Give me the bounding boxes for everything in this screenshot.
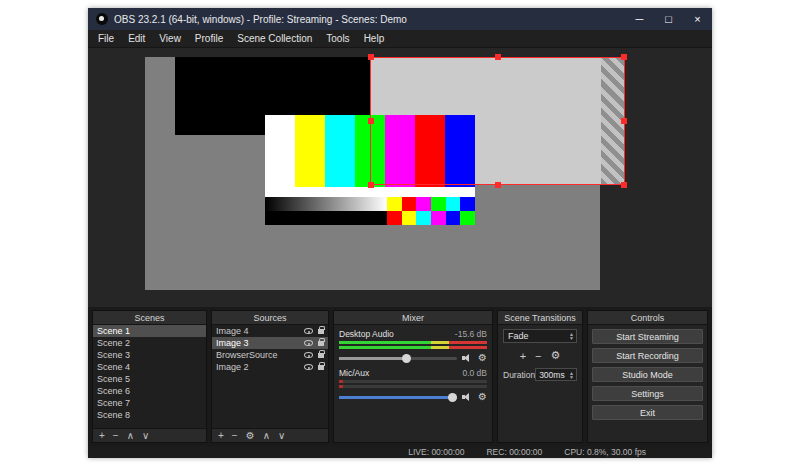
start-recording-button[interactable]: Start Recording bbox=[592, 348, 703, 363]
selection-handle[interactable] bbox=[621, 54, 627, 60]
selection-handle[interactable] bbox=[495, 54, 501, 60]
scene-item[interactable]: Scene 2 bbox=[93, 337, 206, 349]
source-item[interactable]: BrowserSource bbox=[212, 349, 328, 361]
selection-handle[interactable] bbox=[368, 182, 374, 188]
source-name: Image 3 bbox=[216, 338, 304, 348]
scene-item[interactable]: Scene 8 bbox=[93, 409, 206, 421]
start-streaming-button[interactable]: Start Streaming bbox=[592, 329, 703, 344]
add-source-button[interactable]: + bbox=[218, 431, 224, 441]
menu-scene-collection[interactable]: Scene Collection bbox=[230, 30, 319, 47]
visibility-eye-icon[interactable] bbox=[304, 328, 313, 334]
lock-icon[interactable] bbox=[318, 365, 324, 370]
channel-settings-gear-icon[interactable]: ⚙ bbox=[478, 392, 487, 402]
selection-handle[interactable] bbox=[368, 54, 374, 60]
menu-file[interactable]: File bbox=[91, 30, 121, 47]
scene-up-button[interactable]: ∧ bbox=[127, 431, 134, 441]
transitions-body: Fade ▲▼ + − ⚙ Duration 300ms ▲▼ bbox=[498, 325, 582, 442]
source-down-button[interactable]: ∨ bbox=[278, 431, 285, 441]
sources-panel: Sources Image 4 Image 3 BrowserSource bbox=[211, 310, 329, 443]
menu-view[interactable]: View bbox=[152, 30, 188, 47]
preview-area[interactable] bbox=[88, 48, 712, 307]
menu-edit[interactable]: Edit bbox=[121, 30, 152, 47]
mixer-channel-label: Desktop Audio -15.6 dB bbox=[339, 329, 487, 339]
volume-slider[interactable] bbox=[339, 396, 457, 399]
source-item[interactable]: Image 2 bbox=[212, 361, 328, 373]
transition-value: Fade bbox=[508, 331, 529, 341]
menu-help[interactable]: Help bbox=[357, 30, 392, 47]
visibility-eye-icon[interactable] bbox=[304, 340, 313, 346]
volume-row: ⚙ bbox=[339, 391, 487, 403]
scene-item[interactable]: Scene 7 bbox=[93, 397, 206, 409]
selection-handle[interactable] bbox=[495, 182, 501, 188]
remove-scene-button[interactable]: − bbox=[113, 431, 119, 441]
maximize-button[interactable]: □ bbox=[654, 8, 683, 30]
selection-handle[interactable] bbox=[368, 118, 374, 124]
lock-icon[interactable] bbox=[318, 353, 324, 358]
source-name: Image 4 bbox=[216, 326, 304, 336]
live-time: LIVE: 00:00:00 bbox=[408, 447, 464, 457]
exit-button[interactable]: Exit bbox=[592, 405, 703, 420]
source-up-button[interactable]: ∧ bbox=[263, 431, 270, 441]
channel-level: -15.6 dB bbox=[455, 329, 487, 339]
transition-select[interactable]: Fade ▲▼ bbox=[503, 329, 577, 343]
duration-value: 300ms bbox=[539, 370, 565, 380]
transition-properties-gear-icon[interactable]: ⚙ bbox=[551, 349, 561, 362]
remove-source-button[interactable]: − bbox=[232, 431, 238, 441]
menu-profile[interactable]: Profile bbox=[188, 30, 230, 47]
channel-settings-gear-icon[interactable]: ⚙ bbox=[478, 353, 487, 363]
scene-item[interactable]: Scene 3 bbox=[93, 349, 206, 361]
controls-panel-title[interactable]: Controls bbox=[588, 311, 707, 325]
settings-button[interactable]: Settings bbox=[592, 386, 703, 401]
visibility-eye-icon[interactable] bbox=[304, 352, 313, 358]
sources-panel-title[interactable]: Sources bbox=[212, 311, 328, 325]
transitions-toolbar: + − ⚙ bbox=[503, 349, 577, 362]
close-button[interactable]: × bbox=[683, 8, 712, 30]
menu-tools[interactable]: Tools bbox=[319, 30, 356, 47]
add-scene-button[interactable]: + bbox=[99, 431, 105, 441]
audio-level-meter bbox=[339, 341, 487, 344]
menu-bar: File Edit View Profile Scene Collection … bbox=[88, 30, 712, 48]
scene-down-button[interactable]: ∨ bbox=[142, 431, 149, 441]
scene-item[interactable]: Scene 1 bbox=[93, 325, 206, 337]
mixer-panel-title[interactable]: Mixer bbox=[334, 311, 492, 325]
selection-border[interactable] bbox=[370, 57, 625, 185]
studio-mode-button[interactable]: Studio Mode bbox=[592, 367, 703, 382]
duration-row: Duration 300ms ▲▼ bbox=[503, 368, 577, 381]
source-item[interactable]: Image 3 bbox=[212, 337, 328, 349]
titlebar[interactable]: OBS 23.2.1 (64-bit, windows) - Profile: … bbox=[88, 8, 712, 30]
scene-item[interactable]: Scene 5 bbox=[93, 373, 206, 385]
speaker-icon[interactable] bbox=[462, 354, 473, 363]
audio-level-meter bbox=[339, 380, 487, 383]
volume-slider[interactable] bbox=[339, 357, 457, 360]
speaker-icon[interactable] bbox=[462, 393, 473, 402]
scene-item[interactable]: Scene 4 bbox=[93, 361, 206, 373]
mixer-channel-label: Mic/Aux 0.0 dB bbox=[339, 368, 487, 378]
source-properties-gear-icon[interactable]: ⚙ bbox=[246, 431, 255, 441]
selection-handle[interactable] bbox=[621, 182, 627, 188]
combo-spinner-icon[interactable]: ▲▼ bbox=[569, 332, 574, 340]
obs-logo-icon bbox=[96, 13, 108, 25]
visibility-eye-icon[interactable] bbox=[304, 364, 313, 370]
test-pattern-white-strip bbox=[265, 187, 475, 197]
mixer-panel: Mixer Desktop Audio -15.6 dB ⚙ bbox=[333, 310, 493, 443]
selection-handle[interactable] bbox=[621, 118, 627, 124]
remove-transition-button[interactable]: − bbox=[535, 350, 541, 362]
source-item[interactable]: Image 4 bbox=[212, 325, 328, 337]
transitions-panel: Scene Transitions Fade ▲▼ + − ⚙ Duration bbox=[497, 310, 583, 443]
minimize-button[interactable]: ─ bbox=[625, 8, 654, 30]
source-name: BrowserSource bbox=[216, 350, 304, 360]
lock-icon[interactable] bbox=[318, 341, 324, 346]
sources-toolbar: + − ⚙ ∧ ∨ bbox=[212, 428, 328, 442]
duration-spinner-icon[interactable]: ▲▼ bbox=[569, 371, 574, 379]
lock-icon[interactable] bbox=[318, 329, 324, 334]
add-transition-button[interactable]: + bbox=[520, 350, 526, 362]
test-pattern-bottom-strip bbox=[265, 211, 475, 225]
rec-time: REC: 00:00:00 bbox=[486, 447, 542, 457]
scene-item[interactable]: Scene 6 bbox=[93, 385, 206, 397]
duration-spinner[interactable]: 300ms ▲▼ bbox=[535, 368, 577, 381]
source-name: Image 2 bbox=[216, 362, 304, 372]
status-bar: LIVE: 00:00:00 REC: 00:00:00 CPU: 0.8%, … bbox=[88, 446, 712, 458]
transitions-panel-title[interactable]: Scene Transitions bbox=[498, 311, 582, 325]
scenes-panel-title[interactable]: Scenes bbox=[93, 311, 206, 325]
channel-name: Desktop Audio bbox=[339, 329, 394, 339]
